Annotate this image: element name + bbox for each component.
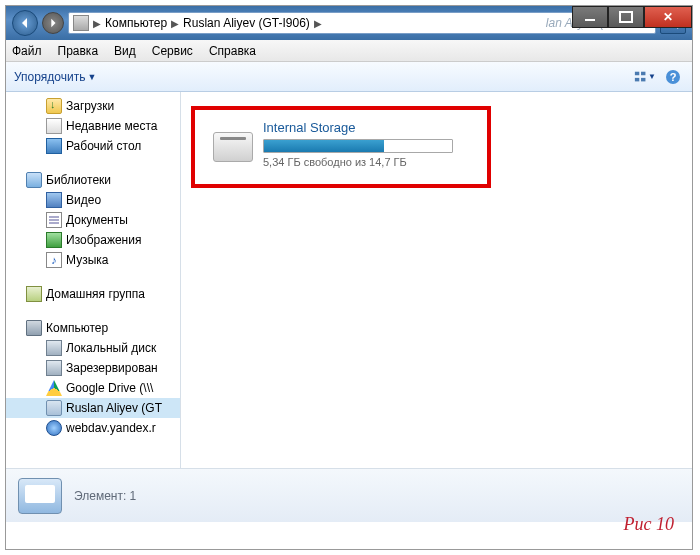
menu-file[interactable]: Файл xyxy=(12,44,42,58)
tree-label: Зарезервирован xyxy=(66,361,158,375)
tree-label: Google Drive (\\\ xyxy=(66,381,153,395)
tree-label: Рабочий стол xyxy=(66,139,141,153)
tree-label: Ruslan Aliyev (GT xyxy=(66,401,162,415)
tree-label: Загрузки xyxy=(66,99,114,113)
sidebar-item-video[interactable]: Видео xyxy=(6,190,180,210)
tree-label: Музыка xyxy=(66,253,108,267)
svg-rect-4 xyxy=(635,77,639,81)
tree-label: Домашняя группа xyxy=(46,287,145,301)
toolbar: Упорядочить ▼ ▼ ? xyxy=(6,62,692,92)
sidebar-item-device[interactable]: Ruslan Aliyev (GT xyxy=(6,398,180,418)
pictures-icon xyxy=(46,232,62,248)
help-button[interactable]: ? xyxy=(662,66,684,88)
breadcrumb-computer[interactable]: Компьютер xyxy=(105,16,167,30)
sidebar-item-localdisk[interactable]: Локальный диск xyxy=(6,338,180,358)
svg-rect-5 xyxy=(641,77,645,81)
tree-label: webdav.yandex.r xyxy=(66,421,156,435)
details-pane: Элемент: 1 xyxy=(6,468,692,522)
tree-label: Видео xyxy=(66,193,101,207)
maximize-button[interactable] xyxy=(608,6,644,28)
drive-icon xyxy=(46,340,62,356)
sidebar-item-recent[interactable]: Недавние места xyxy=(6,116,180,136)
view-options-button[interactable]: ▼ xyxy=(634,66,656,88)
tree-label: Библиотеки xyxy=(46,173,111,187)
storage-usage-bar xyxy=(263,139,453,153)
sidebar-item-downloads[interactable]: Загрузки xyxy=(6,96,180,116)
tree-label: Документы xyxy=(66,213,128,227)
storage-title: Internal Storage xyxy=(263,120,469,135)
desktop-icon xyxy=(46,138,62,154)
sidebar-item-webdav[interactable]: webdav.yandex.r xyxy=(6,418,180,438)
music-icon xyxy=(46,252,62,268)
menu-tools[interactable]: Сервис xyxy=(152,44,193,58)
back-button[interactable] xyxy=(12,10,38,36)
storage-drive-icon xyxy=(213,132,253,162)
sidebar-item-reserved[interactable]: Зарезервирован xyxy=(6,358,180,378)
sidebar-item-homegroup[interactable]: Домашняя группа xyxy=(6,284,180,304)
highlight-box: Internal Storage 5,34 ГБ свободно из 14,… xyxy=(191,106,491,188)
details-thumbnail-icon xyxy=(18,478,62,514)
recent-icon xyxy=(46,118,62,134)
storage-usage-fill xyxy=(264,140,384,152)
sidebar-item-desktop[interactable]: Рабочий стол xyxy=(6,136,180,156)
chevron-right-icon: ▶ xyxy=(93,18,101,29)
details-label: Элемент: 1 xyxy=(74,489,136,503)
minimize-button[interactable] xyxy=(572,6,608,28)
chevron-down-icon: ▼ xyxy=(648,72,656,81)
organize-button[interactable]: Упорядочить ▼ xyxy=(14,70,96,84)
sidebar-item-gdrive[interactable]: Google Drive (\\\ xyxy=(6,378,180,398)
content-area: Internal Storage 5,34 ГБ свободно из 14,… xyxy=(181,92,692,468)
phone-icon xyxy=(46,400,62,416)
tree-label: Изображения xyxy=(66,233,141,247)
location-icon xyxy=(73,15,89,31)
menu-help[interactable]: Справка xyxy=(209,44,256,58)
tree-label: Локальный диск xyxy=(66,341,156,355)
forward-button[interactable] xyxy=(42,12,64,34)
computer-icon xyxy=(26,320,42,336)
figure-caption: Рис 10 xyxy=(624,514,674,535)
tree-label: Недавние места xyxy=(66,119,157,133)
sidebar-item-computer[interactable]: Компьютер xyxy=(6,318,180,338)
documents-icon xyxy=(46,212,62,228)
downloads-icon xyxy=(46,98,62,114)
libraries-icon xyxy=(26,172,42,188)
tree-label: Компьютер xyxy=(46,321,108,335)
breadcrumb-device[interactable]: Ruslan Aliyev (GT-I906) xyxy=(183,16,310,30)
window-controls xyxy=(572,6,692,28)
storage-item[interactable]: Internal Storage 5,34 ГБ свободно из 14,… xyxy=(213,120,469,168)
drive-icon xyxy=(46,360,62,376)
menu-view[interactable]: Вид xyxy=(114,44,136,58)
globe-icon xyxy=(46,420,62,436)
sidebar-item-music[interactable]: Музыка xyxy=(6,250,180,270)
svg-rect-2 xyxy=(635,71,639,75)
svg-rect-3 xyxy=(641,71,645,75)
chevron-right-icon: ▶ xyxy=(314,18,322,29)
menu-bar: Файл Правка Вид Сервис Справка xyxy=(6,40,692,62)
sidebar-item-libraries[interactable]: Библиотеки xyxy=(6,170,180,190)
menu-edit[interactable]: Правка xyxy=(58,44,99,58)
svg-text:?: ? xyxy=(670,71,677,83)
address-bar[interactable]: ▶ Компьютер ▶ Ruslan Aliyev (GT-I906) ▶ … xyxy=(68,12,656,34)
gdrive-icon xyxy=(46,380,62,396)
chevron-down-icon: ▼ xyxy=(87,72,96,82)
storage-subtitle: 5,34 ГБ свободно из 14,7 ГБ xyxy=(263,156,469,168)
close-button[interactable] xyxy=(644,6,692,28)
sidebar-item-documents[interactable]: Документы xyxy=(6,210,180,230)
navigation-tree: Загрузки Недавние места Рабочий стол Биб… xyxy=(6,92,181,468)
homegroup-icon xyxy=(26,286,42,302)
organize-label: Упорядочить xyxy=(14,70,85,84)
video-icon xyxy=(46,192,62,208)
storage-info: Internal Storage 5,34 ГБ свободно из 14,… xyxy=(263,120,469,168)
chevron-right-icon: ▶ xyxy=(171,18,179,29)
sidebar-item-pictures[interactable]: Изображения xyxy=(6,230,180,250)
